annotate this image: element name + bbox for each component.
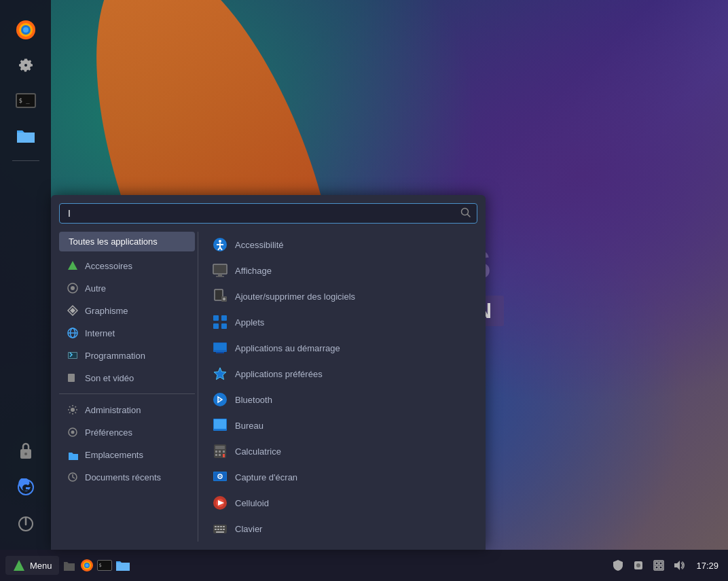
- svg-rect-59: [215, 454, 217, 456]
- svg-point-23: [71, 408, 75, 412]
- sidebar: $ _: [0, 0, 51, 550]
- taskbar-notifications-icon[interactable]: [631, 558, 646, 573]
- calculatrice-icon: [212, 443, 228, 459]
- firefox-icon: [15, 19, 37, 41]
- svg-rect-70: [215, 526, 217, 527]
- category-internet[interactable]: Internet: [59, 322, 195, 344]
- svg-rect-18: [69, 353, 77, 358]
- applets-icon: [212, 314, 228, 330]
- category-graphisme[interactable]: Graphisme: [59, 300, 195, 321]
- accessibilite-icon: [212, 236, 228, 253]
- svg-rect-78: [216, 531, 224, 533]
- category-programmation[interactable]: Programmation: [59, 345, 195, 366]
- taskbar-left: Menu $: [5, 556, 130, 575]
- taskbar-files-icon[interactable]: [62, 558, 77, 573]
- menu-button[interactable]: Menu: [5, 556, 59, 575]
- terminal-icon: $ _: [16, 93, 36, 108]
- svg-marker-79: [14, 560, 24, 571]
- search-input[interactable]: [65, 207, 460, 220]
- svg-rect-34: [214, 265, 226, 273]
- svg-point-5: [24, 453, 27, 455]
- search-icon: [460, 207, 471, 220]
- svg-point-65: [219, 476, 221, 477]
- taskbar-firefox-icon[interactable]: [79, 558, 94, 573]
- app-calculatrice[interactable]: Calculatrice: [206, 438, 472, 464]
- app-ajouter-supprimer[interactable]: Ajouter/supprimer des logiciels: [206, 283, 472, 309]
- taskbar-terminal-icon[interactable]: $: [97, 558, 112, 573]
- internet-icon: [66, 326, 79, 340]
- bell-icon: [632, 559, 644, 571]
- preferences-icon: [66, 425, 79, 439]
- svg-point-13: [71, 286, 75, 290]
- app-bureau[interactable]: Bureau: [206, 412, 472, 438]
- app-accessibilite[interactable]: Accessibilité: [206, 232, 472, 258]
- all-apps-button[interactable]: Toutes les applications: [59, 232, 195, 251]
- svg-marker-11: [68, 261, 77, 270]
- app-applications-preferees[interactable]: Applications préférées: [206, 361, 472, 387]
- app-bluetooth[interactable]: Bluetooth: [206, 387, 472, 412]
- taskbar-firefox-svg: [79, 558, 94, 573]
- app-affichage[interactable]: Affichage: [206, 258, 472, 283]
- emplacements-icon: [66, 448, 79, 461]
- sidebar-divider: [12, 160, 39, 161]
- svg-rect-38: [215, 290, 222, 300]
- taskbar-folder-icon: [62, 559, 76, 572]
- celluloid-icon: [212, 495, 228, 511]
- settings-icon: [16, 56, 35, 75]
- taskbar: Menu $: [0, 550, 728, 581]
- volume-icon: [673, 559, 685, 571]
- menu-button-label: Menu: [30, 561, 52, 571]
- sidebar-icon-google[interactable]: [10, 471, 42, 504]
- category-administration[interactable]: Administration: [59, 399, 195, 421]
- svg-point-85: [636, 563, 640, 567]
- sidebar-icon-terminal[interactable]: $ _: [10, 84, 42, 117]
- windows-icon: [653, 559, 665, 571]
- documents-recents-icon: [66, 470, 79, 484]
- google-icon: [17, 478, 35, 496]
- app-applications-demarrage[interactable]: Applications au démarrage: [206, 335, 472, 361]
- svg-rect-75: [217, 529, 219, 530]
- taskbar-right: 17:29: [611, 558, 723, 573]
- svg-rect-21: [69, 378, 73, 379]
- menu-body: Toutes les applications Accessoires Autr…: [59, 232, 477, 542]
- svg-marker-49: [214, 368, 226, 380]
- apps-list: Accessibilité Affichage Ajouter/supprime…: [201, 232, 477, 542]
- category-preferences[interactable]: Préférences: [59, 421, 195, 443]
- app-applets[interactable]: Applets: [206, 309, 472, 335]
- app-celluloid[interactable]: Celluloid: [206, 490, 472, 516]
- svg-rect-22: [69, 380, 72, 381]
- category-son-video[interactable]: Son et vidéo: [59, 367, 195, 389]
- sidebar-icon-settings[interactable]: [10, 49, 42, 82]
- svg-point-28: [219, 240, 221, 243]
- sidebar-icon-power[interactable]: [10, 508, 42, 540]
- power-icon: [17, 515, 35, 533]
- taskbar-folder2-svg: [115, 559, 130, 571]
- sidebar-icon-lock[interactable]: [10, 434, 42, 467]
- svg-rect-36: [216, 276, 224, 277]
- taskbar-folder2-icon[interactable]: [115, 558, 130, 573]
- category-accessoires[interactable]: Accessoires: [59, 255, 195, 277]
- app-clavier[interactable]: Clavier: [206, 516, 472, 542]
- graphisme-icon: [66, 304, 79, 317]
- svg-rect-71: [217, 526, 219, 527]
- scroll-divider: [198, 232, 198, 542]
- app-capture-ecran[interactable]: Capture d'écran: [206, 464, 472, 490]
- svg-rect-56: [215, 451, 217, 453]
- category-documents-recents[interactable]: Documents récents: [59, 466, 195, 488]
- category-emplacements[interactable]: Emplacements: [59, 444, 195, 465]
- category-divider: [59, 393, 195, 394]
- son-video-icon: [66, 371, 79, 385]
- sidebar-icon-firefox[interactable]: [10, 14, 42, 46]
- taskbar-shield-icon[interactable]: [611, 558, 625, 573]
- bureau-icon: [212, 417, 228, 434]
- svg-rect-20: [69, 375, 73, 378]
- taskbar-windows-icon[interactable]: [651, 558, 666, 573]
- bluetooth-icon: [212, 391, 228, 408]
- svg-point-83: [85, 564, 88, 567]
- menu-logo-icon: [12, 559, 26, 572]
- sidebar-icon-folder[interactable]: [10, 120, 42, 152]
- applications-preferees-icon: [212, 366, 228, 382]
- category-autre[interactable]: Autre: [59, 277, 195, 299]
- svg-rect-87: [655, 562, 658, 565]
- taskbar-volume-icon[interactable]: [672, 558, 687, 573]
